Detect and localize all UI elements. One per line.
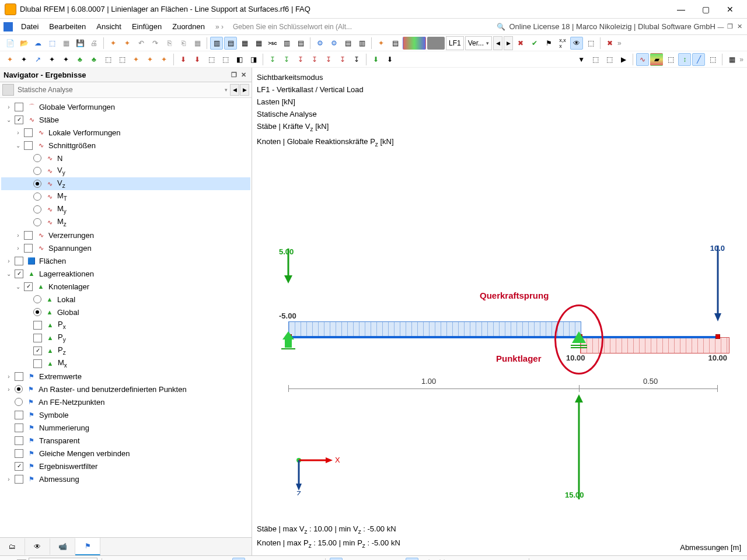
tree-extremwerte[interactable]: Extremwerte [38,372,82,381]
t2-13[interactable]: ⬇ [177,53,190,66]
menu-einfuegen[interactable]: Einfügen [127,21,166,32]
t2-14[interactable]: ⬇ [191,53,204,66]
tree-staebe[interactable]: Stäbe [38,116,59,124]
menu-zuordnen[interactable]: Zuordnen [167,21,210,32]
redo-button[interactable]: ↷ [149,37,162,50]
btn-9[interactable]: ✦ [121,37,134,50]
navigator-filter[interactable]: Statische Analyse ▾ ◀ ▶ [0,82,252,98]
btn-d1[interactable]: ✦ [375,37,388,50]
child-minimize[interactable]: ― [717,23,725,30]
filter-prev[interactable]: ◀ [230,84,239,96]
t2-r11[interactable]: ▦ [725,53,738,66]
tree-an-raster[interactable]: An Raster- und benutzerdefinierten Punkt… [37,385,187,394]
t2-11[interactable]: ✦ [144,53,156,66]
btn-d2[interactable]: ▤ [389,37,402,50]
bt-s3[interactable]: ⬚ [360,558,373,561]
t2-6[interactable]: ♣ [74,53,86,66]
tree-transparent[interactable]: Transparent [38,436,80,445]
bt-s9[interactable]: ⊥ [451,558,464,561]
btn-12[interactable]: ⎘ [163,37,176,50]
t2-1[interactable]: ✦ [4,53,16,66]
t2-24[interactable]: ↧ [336,53,349,66]
tree-n[interactable]: N [56,154,62,163]
open-button[interactable]: 📂 [18,37,30,50]
t2-25[interactable]: ↧ [350,53,363,66]
print-button[interactable]: 🖨 [88,37,100,50]
t2-17[interactable]: ◧ [233,53,246,66]
tree-mt[interactable]: MT [56,191,67,202]
t2-22[interactable]: ↧ [308,53,321,66]
tree-abmessung[interactable]: Abmessung [38,475,79,484]
bt-s1[interactable]: ▦ [330,558,343,561]
nav-close[interactable]: ✕ [239,71,248,79]
tree-spannungen[interactable]: Spannungen [47,244,92,253]
bt-4[interactable]: ⬚ [152,558,165,561]
t2-18[interactable]: ◨ [247,53,260,66]
nav-tab-2[interactable]: 👁 [25,538,50,555]
bt-5[interactable]: ⬚ [167,558,180,561]
bt-s13[interactable]: ⊡ [512,558,525,561]
tree-ergebnisfilter[interactable]: Ergebniswertfilter [38,462,97,471]
t2-27[interactable]: ⬇ [383,53,396,66]
bt-6[interactable]: ⬚ [182,558,195,561]
t2-7[interactable]: ♣ [88,53,100,66]
tree-pz[interactable]: Pz [57,345,66,356]
tree-mz[interactable]: Mz [56,217,67,228]
t2-5[interactable]: ✦ [60,53,72,66]
btn-d3[interactable] [403,37,426,50]
bt-e3[interactable]: ⬚ [564,558,577,561]
bt-g2[interactable]: ▦ [247,558,260,561]
view-btn-1[interactable]: ▥ [210,37,223,50]
btn-d4[interactable] [427,37,445,50]
maximize-button[interactable]: ▢ [693,1,718,18]
coord-system-combo[interactable]: 1 - Global XYZ▾ [29,558,97,561]
lc-next[interactable]: ▶ [504,36,513,50]
t2-r2[interactable]: ⬚ [589,53,602,66]
bt-g4[interactable]: ⊹ [278,558,291,561]
new-button[interactable]: 📄 [4,37,16,50]
view-btn-6[interactable]: ▥ [280,37,293,50]
t2-26[interactable]: ⬇ [369,53,382,66]
t2-15[interactable]: ⬚ [205,53,218,66]
view-btn-7[interactable]: ▤ [294,37,307,50]
btn-c3[interactable]: ▤ [341,37,354,50]
tree-my[interactable]: My [56,204,67,215]
bt-e1[interactable]: ▦ [533,558,546,561]
close-button[interactable]: ✕ [718,1,742,18]
child-close[interactable]: ✕ [735,23,743,30]
bt-e4[interactable]: ⬚ [579,558,592,561]
cloud-button[interactable]: ☁ [32,37,44,50]
tree-symbole[interactable]: Symbole [38,411,69,419]
t2-r8[interactable]: ↕ [678,53,691,66]
tree-px[interactable]: Px [57,320,66,330]
model-button[interactable]: ⬚ [46,37,58,50]
btn-e5[interactable]: 👁 [570,37,583,50]
filter-next[interactable]: ▶ [240,84,249,96]
t2-12[interactable]: ✦ [158,53,170,66]
bt-7[interactable]: ⬚ [197,558,210,561]
tree-an-fe[interactable]: An FE-Netzpunkten [37,398,104,407]
tree-py[interactable]: Py [57,332,66,343]
bt-s10[interactable]: ∥ [466,558,479,561]
btn-sc[interactable]: >sc [266,37,279,50]
tree-mx[interactable]: Mx [57,358,67,369]
menu-bearbeiten[interactable]: Bearbeiten [44,21,90,32]
tree-flaechen[interactable]: Flächen [38,257,66,265]
loadcase-combo[interactable]: LF1 [446,36,464,50]
nav-tab-1[interactable]: 🗂 [0,538,25,555]
view-btn-4[interactable]: ▦ [252,37,265,50]
t2-16[interactable]: ⬚ [219,53,232,66]
nav-tab-3[interactable]: 📹 [50,538,75,555]
tree-verzerrungen[interactable]: Verzerrungen [47,231,94,240]
btn-c2[interactable]: ⚙ [327,37,340,50]
calc-button[interactable]: ⚙ [313,37,326,50]
btn-e1[interactable]: ✖ [514,37,527,50]
t2-r6[interactable]: ▰ [650,53,663,66]
nav-undock[interactable]: ❐ [229,71,239,79]
btn-5[interactable]: ▦ [60,37,72,50]
t2-4[interactable]: ✦ [46,53,58,66]
bt-g1[interactable]: ▦ [232,558,245,561]
menu-datei[interactable]: Datei [16,21,43,32]
bt-s6[interactable]: ∟ [406,558,418,561]
t2-r1[interactable]: ▼ [575,53,588,66]
